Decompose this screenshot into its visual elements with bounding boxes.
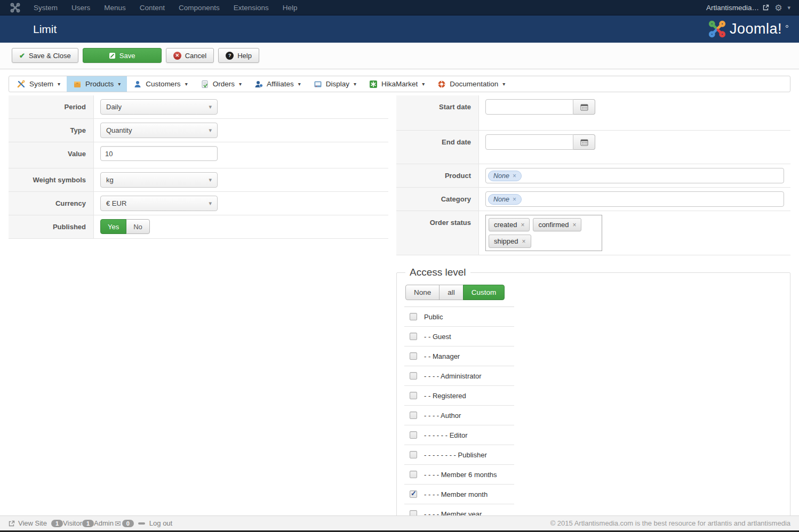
category-tag-input[interactable]: None × <box>485 191 784 207</box>
remove-tag-icon[interactable]: × <box>521 221 524 229</box>
remove-tag-icon[interactable]: × <box>522 238 526 245</box>
visitor-label: Visitor <box>63 519 82 527</box>
access-row-registered: - - Registered <box>404 386 514 406</box>
nav-item-extensions[interactable]: Extensions <box>227 0 276 15</box>
checkbox[interactable] <box>410 333 417 340</box>
joomla-logo-icon <box>708 20 726 38</box>
checkbox[interactable] <box>410 352 417 360</box>
gear-icon[interactable]: ⚙ <box>774 3 782 13</box>
checkbox[interactable] <box>410 412 417 419</box>
help-button[interactable]: ? Help <box>218 48 259 63</box>
menu-item-affiliates[interactable]: Affiliates ▾ <box>248 76 307 92</box>
user-menu[interactable]: Artlantismedia… <box>706 4 769 12</box>
limit-settings-panel: Period Daily ▾ Type Quantity ▾ Value <box>9 95 388 239</box>
admin-count-badge: 1 <box>82 520 94 527</box>
weight-symbols-value: kg <box>106 176 114 184</box>
access-row-public: Public <box>404 307 514 327</box>
message-count-badge: 0 <box>122 520 134 527</box>
end-date-input[interactable] <box>485 134 573 150</box>
menu-item-hikamarket[interactable]: HikaMarket ▾ <box>363 76 431 92</box>
currency-label: Currency <box>9 192 94 215</box>
tag-label: None <box>493 172 509 180</box>
menu-item-customers[interactable]: Customers ▾ <box>127 76 194 92</box>
access-row-author: - - - - Author <box>404 406 514 425</box>
type-select[interactable]: Quantity ▾ <box>100 123 218 138</box>
weight-symbols-select[interactable]: kg ▾ <box>100 172 218 188</box>
checkbox[interactable] <box>410 431 417 439</box>
access-mode-all-button[interactable]: all <box>439 285 464 300</box>
remove-tag-icon[interactable]: × <box>513 196 516 203</box>
calendar-icon[interactable] <box>573 99 595 115</box>
view-site-link[interactable]: View Site <box>9 519 47 527</box>
help-circle-icon: ? <box>226 52 234 60</box>
caret-down-icon: ▾ <box>502 81 505 87</box>
copyright-text: © 2015 Artlantismedia.com is the best re… <box>550 519 790 527</box>
menu-item-system[interactable]: System ▾ <box>11 76 67 92</box>
save-close-label: Save & Close <box>29 52 71 60</box>
checkbox[interactable] <box>410 451 417 458</box>
currency-select[interactable]: € EUR ▾ <box>100 196 218 211</box>
checkbox[interactable] <box>410 313 417 320</box>
access-mode-custom-button[interactable]: Custom <box>463 285 505 300</box>
order-status-tag: confirmed × <box>533 218 581 231</box>
component-menu: System ▾ Products ▾ Customers ▾ Orders ▾ <box>9 76 790 92</box>
save-button[interactable]: Save <box>83 48 162 63</box>
nav-item-system[interactable]: System <box>27 0 65 15</box>
order-status-tag-input[interactable]: created × confirmed × shipped × <box>485 215 602 251</box>
remove-tag-icon[interactable]: × <box>513 172 516 180</box>
menu-item-display[interactable]: Display ▾ <box>307 76 363 92</box>
order-status-label: Order status <box>396 211 479 255</box>
value-input[interactable] <box>100 146 218 161</box>
published-no-button[interactable]: No <box>126 219 150 234</box>
menu-item-orders[interactable]: Orders ▾ <box>194 76 248 92</box>
checkbox[interactable] <box>410 392 417 399</box>
registered-mark <box>786 25 788 28</box>
cancel-circle-icon: ✕ <box>173 52 181 60</box>
access-row-label: - - - - Member month <box>424 490 488 498</box>
save-close-button[interactable]: ✔ Save & Close <box>12 48 78 63</box>
dash-icon <box>138 522 145 525</box>
menu-item-label: HikaMarket <box>381 80 418 88</box>
caret-down-icon: ▾ <box>209 127 212 134</box>
checkbox[interactable] <box>410 490 417 498</box>
product-tag: None × <box>488 171 522 181</box>
checkbox[interactable] <box>410 372 417 380</box>
period-label: Period <box>9 95 94 118</box>
joomla-icon <box>0 3 27 13</box>
joomla-brand: Joomla! <box>708 20 788 38</box>
nav-item-components[interactable]: Components <box>172 0 227 15</box>
menu-item-label: Affiliates <box>267 80 294 88</box>
chevron-down-icon[interactable]: ▾ <box>787 4 790 11</box>
customer-person-icon <box>133 80 142 88</box>
nav-item-menus[interactable]: Menus <box>97 0 133 15</box>
period-value: Daily <box>106 103 122 111</box>
nav-item-content[interactable]: Content <box>133 0 172 15</box>
product-tag-input[interactable]: None × <box>485 168 784 183</box>
caret-down-icon: ▾ <box>354 81 356 87</box>
menu-item-products[interactable]: Products ▾ <box>67 76 127 92</box>
menu-item-label: Documentation <box>450 80 498 88</box>
cancel-button[interactable]: ✕ Cancel <box>166 48 214 63</box>
nav-item-users[interactable]: Users <box>65 0 97 15</box>
start-date-input[interactable] <box>485 99 573 115</box>
access-row-label: - - - - Administrator <box>424 372 482 380</box>
type-label: Type <box>9 119 94 142</box>
caret-down-icon: ▾ <box>209 176 212 183</box>
nav-item-help[interactable]: Help <box>276 0 305 15</box>
type-value: Quantity <box>106 126 132 134</box>
order-status-tag: created × <box>489 218 530 231</box>
remove-tag-icon[interactable]: × <box>572 221 576 229</box>
period-select[interactable]: Daily ▾ <box>100 99 218 115</box>
checkbox[interactable] <box>410 471 417 478</box>
mail-icon[interactable]: ✉ <box>115 519 121 528</box>
published-yes-button[interactable]: Yes <box>100 219 126 234</box>
admin-navbar: System Users Menus Content Components Ex… <box>0 0 799 15</box>
menu-item-documentation[interactable]: Documentation ▾ <box>431 76 512 92</box>
lifering-icon <box>437 80 446 88</box>
calendar-icon[interactable] <box>573 134 595 150</box>
caret-down-icon: ▾ <box>58 81 60 87</box>
access-mode-none-button[interactable]: None <box>405 285 440 300</box>
logout-link[interactable]: Log out <box>149 519 172 527</box>
access-row-publisher: - - - - - - - - Publisher <box>404 445 514 465</box>
display-monitor-icon <box>314 80 322 88</box>
